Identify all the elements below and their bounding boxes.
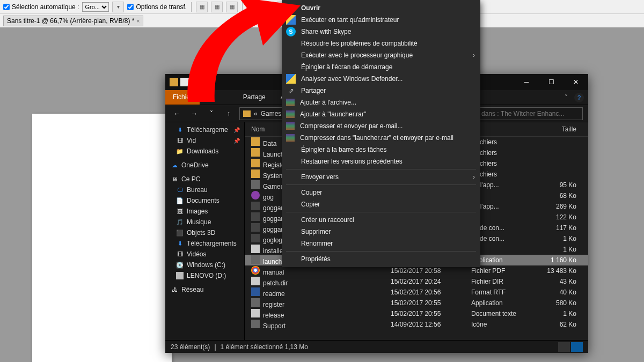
file-icon bbox=[251, 180, 260, 189]
distribute-1-icon[interactable]: ⊟ bbox=[247, 2, 259, 12]
nav-images[interactable]: 🖼Images bbox=[165, 206, 244, 217]
view-icons-button[interactable] bbox=[571, 342, 583, 352]
close-button[interactable]: ✕ bbox=[564, 74, 588, 90]
file-icon bbox=[251, 148, 260, 157]
ctx-gpu[interactable]: Exécuter avec le processeur graphique› bbox=[282, 49, 480, 61]
file-icon bbox=[251, 298, 260, 307]
up-button[interactable]: ↑ bbox=[222, 107, 235, 120]
ctx-add-archive[interactable]: Ajouter à l'archive... bbox=[282, 97, 480, 108]
ribbon-collapse-icon[interactable]: ˅ bbox=[558, 90, 574, 105]
file-row[interactable]: register15/02/2017 20:55Application580 K… bbox=[245, 298, 588, 308]
distribute-2-icon[interactable]: ⊟ bbox=[262, 2, 274, 12]
nav-this-pc[interactable]: 🖥Ce PC bbox=[165, 174, 244, 184]
auto-select-checkbox[interactable]: Sélection automatique : bbox=[3, 3, 79, 11]
ribbon-tab-file[interactable]: Fichier bbox=[165, 90, 200, 105]
file-row[interactable]: Support14/09/2012 12:56Icône62 Ko bbox=[245, 319, 588, 330]
ctx-sendto[interactable]: Envoyer vers› bbox=[282, 171, 480, 183]
qat-icon[interactable] bbox=[191, 78, 200, 86]
auto-select-dropdown[interactable]: Gro... bbox=[82, 2, 109, 12]
auto-select-label: Sélection automatique : bbox=[12, 3, 79, 11]
nav-downloads3[interactable]: ⬇Téléchargements bbox=[165, 238, 244, 249]
ctx-restore[interactable]: Restaurer les versions précédentes bbox=[282, 156, 480, 167]
ctx-compat[interactable]: Résoudre les problèmes de compatibilité bbox=[282, 38, 480, 49]
file-row[interactable]: release15/02/2017 20:55Document texte1 K… bbox=[245, 308, 588, 319]
file-type: e fichiers bbox=[471, 160, 541, 167]
ctx-compress-rar-mail[interactable]: Compresser dans "launcher.rar" et envoye… bbox=[282, 132, 480, 144]
auto-select-box[interactable] bbox=[3, 4, 10, 10]
submenu-arrow-icon: › bbox=[473, 51, 475, 59]
nav-drive-d[interactable]: LENOVO (D:) bbox=[165, 270, 244, 281]
ctx-pin-taskbar[interactable]: Épingler à la barre des tâches bbox=[282, 144, 480, 156]
nav-item-videos[interactable]: 🎞Vid📌 bbox=[165, 135, 244, 146]
transform-options-checkbox[interactable]: Options de transf. bbox=[127, 3, 187, 11]
column-type[interactable] bbox=[471, 125, 541, 133]
qat-icon[interactable] bbox=[180, 78, 189, 86]
file-type: e fichiers bbox=[471, 149, 541, 157]
align-right-icon[interactable]: ▦ bbox=[226, 2, 238, 12]
align-left-icon[interactable]: ▦ bbox=[196, 2, 208, 12]
ctx-defender[interactable]: Analyser avec Windows Defender... bbox=[282, 73, 480, 85]
drive-icon bbox=[176, 272, 184, 279]
ctx-pin-start[interactable]: Épingler à l'écran de démarrage bbox=[282, 61, 480, 73]
view-details-button[interactable] bbox=[558, 342, 570, 352]
ctx-add-rar[interactable]: Ajouter à "launcher.rar" bbox=[282, 108, 480, 120]
nav-videos2[interactable]: 🎞Vidéos bbox=[165, 249, 244, 260]
canvas[interactable] bbox=[32, 114, 172, 362]
ctx-rename[interactable]: Renommer bbox=[282, 238, 480, 249]
file-date: 15/02/2017 20:58 bbox=[391, 267, 471, 275]
images-icon: 🖼 bbox=[176, 208, 184, 215]
nav-desktop[interactable]: 🖵Bureau bbox=[165, 184, 244, 195]
nav-item-downloads2[interactable]: 📁Downloads bbox=[165, 146, 244, 157]
folder-icon: 📁 bbox=[176, 147, 184, 155]
file-size: 117 Ko bbox=[541, 224, 584, 232]
help-icon[interactable]: ? bbox=[574, 93, 584, 102]
ctx-delete[interactable]: Supprimer bbox=[282, 226, 480, 238]
ctx-share[interactable]: ⇗Partager bbox=[282, 85, 480, 97]
file-icon bbox=[251, 255, 260, 264]
ctx-compress-mail[interactable]: Compresser et envoyer par e-mail... bbox=[282, 120, 480, 132]
nav-objects3d[interactable]: ⬛Objets 3D bbox=[165, 227, 244, 238]
breadcrumb-chevron-icon[interactable]: « bbox=[254, 110, 258, 117]
back-button[interactable]: ← bbox=[171, 107, 184, 120]
file-icon bbox=[251, 223, 260, 232]
file-icon bbox=[251, 234, 260, 242]
nav-pane[interactable]: ⬇Téléchargeme📌 🎞Vid📌 📁Downloads ☁OneDriv… bbox=[165, 122, 245, 340]
desktop-icon: 🖵 bbox=[176, 186, 184, 194]
forward-button[interactable]: → bbox=[188, 107, 201, 120]
nav-documents[interactable]: 📄Documents bbox=[165, 195, 244, 206]
ctx-run-as-admin[interactable]: Exécuter en tant qu'administrateur bbox=[282, 14, 480, 26]
ctx-shortcut[interactable]: Créer un raccourci bbox=[282, 214, 480, 226]
breadcrumb-item[interactable]: Games bbox=[261, 110, 282, 117]
ctx-properties[interactable]: Propriétés bbox=[282, 253, 480, 265]
nav-music[interactable]: 🎵Musique bbox=[165, 217, 244, 227]
minimize-button[interactable]: ─ bbox=[514, 74, 539, 90]
cube-icon: ⬛ bbox=[176, 229, 184, 237]
ribbon-tab-share[interactable]: Partage bbox=[236, 90, 273, 105]
ctx-skype[interactable]: SShare with Skype bbox=[282, 26, 480, 38]
ctx-cut[interactable]: Couper bbox=[282, 187, 480, 198]
ctx-copy[interactable]: Copier bbox=[282, 198, 480, 210]
history-dropdown-icon[interactable]: ˅ bbox=[205, 107, 218, 120]
nav-onedrive[interactable]: ☁OneDrive bbox=[165, 160, 244, 171]
file-icon bbox=[251, 191, 260, 200]
close-tab-icon[interactable]: × bbox=[136, 18, 140, 24]
file-row[interactable]: manual15/02/2017 20:58Fichier PDF13 483 … bbox=[245, 265, 588, 276]
ctx-open[interactable]: Ouvrir bbox=[282, 2, 480, 14]
pc-icon: 🖥 bbox=[171, 175, 178, 183]
nav-item-downloads[interactable]: ⬇Téléchargeme📌 bbox=[165, 124, 244, 135]
dropdown-arrow-icon[interactable]: ▾ bbox=[112, 2, 124, 12]
nav-drive-c[interactable]: 💽Windows (C:) bbox=[165, 260, 244, 270]
file-row[interactable]: patch.dir15/02/2017 20:24Fichier DIR43 K… bbox=[245, 276, 588, 287]
column-size[interactable]: Taille bbox=[541, 125, 584, 133]
file-row[interactable]: readme15/02/2017 20:56Format RTF40 Ko bbox=[245, 287, 588, 298]
search-input[interactable] bbox=[470, 107, 583, 120]
nav-network[interactable]: 🖧Réseau bbox=[165, 284, 244, 295]
file-name: readme bbox=[263, 290, 285, 298]
document-tab[interactable]: Sans titre-1 @ 66,7% (Arrière-plan, RVB/… bbox=[3, 16, 143, 26]
file-name: Data bbox=[263, 140, 276, 147]
winrar-icon bbox=[286, 99, 295, 106]
align-center-icon[interactable]: ▦ bbox=[211, 2, 223, 12]
maximize-button[interactable]: ☐ bbox=[539, 74, 564, 90]
transform-options-box[interactable] bbox=[127, 4, 134, 10]
document-tab-title: Sans titre-1 @ 66,7% (Arrière-plan, RVB/… bbox=[7, 17, 134, 25]
